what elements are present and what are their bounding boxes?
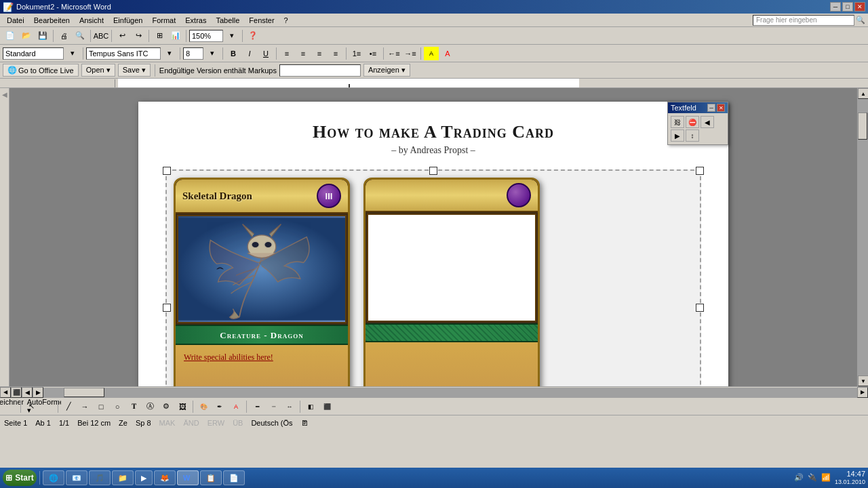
hscroll-left-button[interactable]: ◀: [0, 387, 11, 398]
align-left-button[interactable]: ≡: [279, 47, 294, 60]
page-tab-3[interactable]: ▶: [33, 387, 43, 398]
maximize-button[interactable]: □: [842, 2, 853, 12]
textbox-tool[interactable]: 𝐓: [126, 400, 141, 413]
textfeld-minimize[interactable]: ─: [707, 104, 715, 112]
style-selector[interactable]: Standard: [3, 47, 64, 60]
horizontal-scrollbar[interactable]: ◀ ⬛ ◀ ▶ ▶: [0, 386, 868, 397]
open-dropdown-button[interactable]: Open ▾: [81, 64, 115, 77]
save-button[interactable]: 💾: [35, 29, 50, 43]
hscroll-thumb[interactable]: [64, 388, 104, 397]
italic-button[interactable]: I: [242, 47, 257, 60]
new-button[interactable]: 📄: [3, 29, 18, 43]
line-color-button[interactable]: ✒: [212, 400, 227, 413]
textfeld-close[interactable]: ✕: [717, 104, 725, 112]
page-tab-2[interactable]: ◀: [22, 387, 33, 398]
align-right-button[interactable]: ≡: [312, 47, 327, 60]
redo-button[interactable]: ↪: [131, 29, 146, 43]
handle-tr[interactable]: [696, 167, 704, 175]
page-tab-1[interactable]: ⬛: [11, 387, 22, 398]
scroll-thumb[interactable]: [858, 113, 867, 140]
zoom-dropdown[interactable]: ▾: [224, 29, 239, 43]
scroll-up-button[interactable]: ▲: [858, 88, 868, 99]
save-dropdown-button[interactable]: Save ▾: [118, 64, 151, 77]
font-dropdown[interactable]: ▾: [162, 47, 177, 60]
version-dropdown[interactable]: [279, 64, 361, 77]
decrease-indent-button[interactable]: ←≡: [387, 47, 401, 60]
spelling-button[interactable]: ABC: [94, 29, 108, 43]
bold-button[interactable]: B: [226, 47, 241, 60]
menu-format[interactable]: Format: [148, 16, 180, 25]
link-break-button[interactable]: ⛔: [686, 116, 699, 128]
taskbar-ie[interactable]: 🌐: [43, 470, 64, 485]
handle-tl[interactable]: [163, 167, 171, 175]
rect-tool[interactable]: □: [94, 400, 108, 413]
arrow-tool[interactable]: →: [77, 400, 92, 413]
font-color-button[interactable]: A: [440, 47, 455, 60]
bullets-button[interactable]: •≡: [366, 47, 380, 60]
fill-color-button[interactable]: 🎨: [196, 400, 211, 413]
chart-button[interactable]: 📊: [168, 29, 183, 43]
preview-button[interactable]: 🔍: [73, 29, 87, 43]
shadow-button[interactable]: ◧: [303, 400, 318, 413]
wordart-tool[interactable]: Ⓐ: [142, 400, 157, 413]
prev-frame-button[interactable]: ◀: [701, 116, 714, 128]
help-button[interactable]: ❓: [245, 29, 260, 43]
handle-mt[interactable]: [429, 167, 437, 175]
dash-style-button[interactable]: ┄: [266, 400, 281, 413]
next-frame-button[interactable]: ▶: [671, 129, 684, 142]
scroll-down-button[interactable]: ▼: [858, 375, 868, 386]
font-size-selector[interactable]: 8: [183, 47, 203, 60]
taskbar-media[interactable]: ▶: [135, 470, 153, 485]
close-button[interactable]: ✕: [854, 2, 865, 12]
skeletal-dragon-card[interactable]: Skeletal Dragon III: [174, 178, 350, 386]
hscroll-track[interactable]: [43, 388, 857, 397]
menu-datei[interactable]: Datei: [3, 16, 28, 25]
font-selector[interactable]: Tempus Sans ITC: [86, 47, 161, 60]
undo-button[interactable]: ↩: [115, 29, 130, 43]
handle-mr[interactable]: [696, 304, 704, 312]
taskbar-clipboard[interactable]: 📋: [200, 470, 222, 485]
align-center-button[interactable]: ≡: [296, 47, 311, 60]
menu-tabelle[interactable]: Tabelle: [212, 16, 243, 25]
draw-dropdown[interactable]: Zeichnen ▾: [3, 400, 18, 413]
taskbar-word[interactable]: W: [177, 470, 199, 485]
cards-container[interactable]: Skeletal Dragon III: [165, 169, 701, 386]
menu-fenster[interactable]: Fenster: [245, 16, 278, 25]
menu-extras[interactable]: Extras: [181, 16, 210, 25]
vertical-scrollbar[interactable]: ▲ ▼: [857, 88, 868, 386]
print-button[interactable]: 🖨: [56, 29, 71, 43]
oval-tool[interactable]: ○: [110, 400, 125, 413]
justify-button[interactable]: ≡: [328, 47, 343, 60]
help-search-input[interactable]: Frage hier eingeben: [753, 15, 854, 26]
open-button[interactable]: 📂: [19, 29, 34, 43]
line-tool[interactable]: ╱: [61, 400, 76, 413]
line-style-button[interactable]: ━: [250, 400, 264, 413]
scroll-track[interactable]: [858, 99, 868, 375]
menu-ansicht[interactable]: Ansicht: [75, 16, 108, 25]
increase-indent-button[interactable]: →≡: [403, 47, 418, 60]
taskbar-firefox[interactable]: 🦊: [154, 470, 176, 485]
arrow-style-button[interactable]: ↔: [282, 400, 297, 413]
taskbar-doc[interactable]: 📄: [223, 470, 245, 485]
diagram-tool[interactable]: ⚙: [159, 400, 174, 413]
3d-button[interactable]: ⬛: [319, 400, 334, 413]
highlight-button[interactable]: A: [424, 47, 439, 60]
show-button[interactable]: Anzeigen ▾: [363, 64, 410, 77]
text-direction-button[interactable]: ↕: [686, 129, 699, 142]
handle-ml[interactable]: [163, 304, 171, 312]
table-button[interactable]: ⊞: [152, 29, 167, 43]
font-size-dropdown[interactable]: ▾: [205, 47, 220, 60]
numbering-button[interactable]: 1≡: [349, 47, 364, 60]
zoom-selector[interactable]: 150%: [189, 30, 223, 42]
card-text-area-left[interactable]: Write special abilities here!: [176, 345, 348, 386]
link-chain-button[interactable]: ⛓: [671, 116, 684, 128]
menu-einfuegen[interactable]: Einfügen: [109, 16, 146, 25]
blank-card-text-area[interactable]: [366, 342, 538, 386]
font-color-draw-button[interactable]: A: [229, 400, 243, 413]
autoformen-dropdown[interactable]: AutoFormen ▾: [40, 400, 55, 413]
menu-help[interactable]: ?: [280, 16, 292, 25]
taskbar-explorer[interactable]: 📁: [112, 470, 134, 485]
hscroll-right-button[interactable]: ▶: [857, 387, 868, 398]
blank-card[interactable]: Artwork: [363, 178, 540, 386]
help-search-button[interactable]: 🔍: [856, 16, 865, 24]
